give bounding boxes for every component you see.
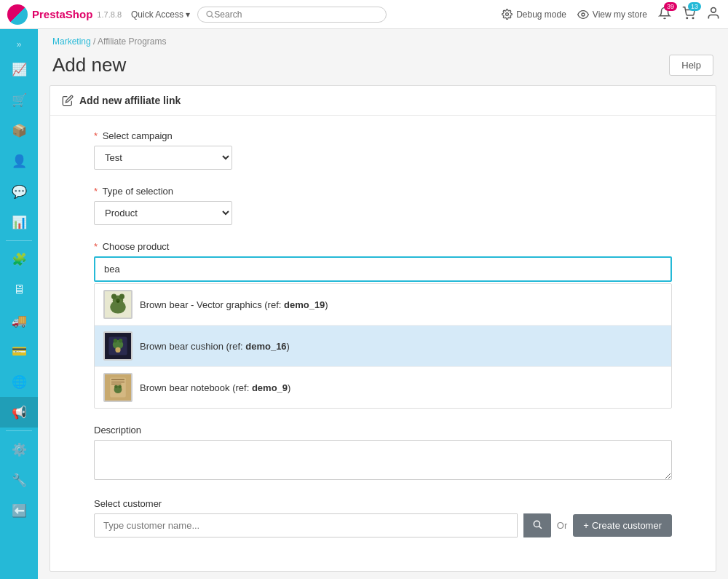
- affiliate-link-card: Add new affiliate link * Select campaign…: [50, 85, 716, 572]
- product-thumbnail-3: [103, 373, 132, 402]
- view-store-btn[interactable]: View my store: [577, 9, 647, 20]
- cart-badge: 13: [688, 2, 701, 11]
- svg-line-29: [539, 527, 541, 529]
- sidebar-item-stats[interactable]: 📊: [0, 207, 38, 237]
- product-search-input[interactable]: [94, 256, 672, 282]
- header-right: Debug mode View my store 39 13: [502, 6, 721, 23]
- customer-label: Select customer: [94, 498, 672, 509]
- breadcrumb-parent[interactable]: Marketing: [52, 36, 91, 47]
- sidebar-item-settings[interactable]: ⚙️: [0, 434, 38, 465]
- debug-mode-btn[interactable]: Debug mode: [502, 9, 566, 20]
- product-group: * Choose product: [94, 241, 672, 409]
- main-content: Marketing / Affiliate Programs Add new H…: [38, 29, 728, 579]
- sidebar-item-advanced[interactable]: 🔧: [0, 465, 38, 495]
- logo-area: PrestaShop 1.7.8.8: [7, 4, 124, 25]
- selection-type-label: * Type of selection: [94, 186, 672, 197]
- svg-point-28: [534, 521, 539, 527]
- svg-rect-23: [111, 382, 124, 382]
- svg-point-19: [115, 347, 120, 352]
- svg-point-13: [116, 301, 119, 303]
- svg-point-11: [119, 294, 124, 299]
- edit-icon: [62, 95, 74, 106]
- selection-type-select[interactable]: Product Category All products: [94, 201, 232, 225]
- svg-point-0: [207, 11, 212, 16]
- sidebar-item-dashboard[interactable]: 📈: [0, 54, 38, 84]
- product-label: * Choose product: [94, 241, 672, 252]
- product-item-selected[interactable]: Brown bear cushion (ref: demo_16): [95, 326, 671, 367]
- svg-rect-24: [111, 384, 122, 385]
- sidebar-item-international[interactable]: 🌐: [0, 366, 38, 397]
- card-body: * Select campaign Test Campaign 2 * Type…: [50, 116, 716, 571]
- sidebar-item-orders[interactable]: 🛒: [0, 84, 38, 115]
- product-name-3: Brown bear notebook (ref: demo_9): [140, 382, 290, 393]
- notifications-btn[interactable]: 39: [658, 7, 671, 22]
- svg-point-10: [111, 294, 116, 299]
- svg-point-26: [114, 385, 118, 389]
- user-avatar-btn[interactable]: [706, 6, 721, 23]
- svg-point-5: [692, 17, 694, 19]
- sidebar-item-customers[interactable]: 👤: [0, 146, 38, 176]
- svg-point-18: [119, 339, 122, 342]
- sidebar-item-catalog[interactable]: 📦: [0, 115, 38, 146]
- or-text: Or: [557, 520, 567, 531]
- svg-point-2: [506, 13, 509, 16]
- svg-point-4: [687, 17, 688, 19]
- svg-rect-22: [111, 379, 124, 380]
- gear-icon: [502, 9, 513, 20]
- customer-group: Select customer Or + Create customer: [94, 498, 672, 537]
- page-title: Add new: [52, 54, 126, 76]
- search-icon: [205, 9, 214, 19]
- sidebar: » 📈 🛒 📦 👤 💬 📊 🧩 🖥 🚚 💳 🌐 📢 ⚙️ 🔧 ⬅️: [0, 29, 38, 579]
- campaign-group: * Select campaign Test Campaign 2: [94, 130, 672, 170]
- svg-point-3: [582, 13, 585, 16]
- sidebar-item-messages[interactable]: 💬: [0, 176, 38, 207]
- quick-access-menu[interactable]: Quick Access ▾: [131, 9, 190, 20]
- customer-search-input[interactable]: [94, 513, 518, 537]
- sidebar-expand-btn[interactable]: »: [12, 35, 26, 54]
- product-item-3[interactable]: Brown bear notebook (ref: demo_9): [95, 367, 671, 408]
- page-title-row: Add new Help: [38, 50, 728, 85]
- sidebar-item-design[interactable]: 🖥: [0, 275, 38, 305]
- breadcrumb: Marketing / Affiliate Programs: [38, 29, 728, 50]
- search-icon: [532, 519, 542, 529]
- description-group: Description: [94, 425, 672, 482]
- svg-line-1: [212, 16, 214, 18]
- product-thumbnail-1: [103, 290, 132, 319]
- svg-point-17: [114, 339, 117, 342]
- card-header: Add new affiliate link: [50, 86, 716, 116]
- customer-search-btn[interactable]: [523, 513, 551, 537]
- eye-icon: [577, 9, 589, 20]
- sidebar-item-shipping[interactable]: 🚚: [0, 305, 38, 336]
- top-header: PrestaShop 1.7.8.8 Quick Access ▾ Debug …: [0, 0, 728, 29]
- cart-btn[interactable]: 13: [682, 7, 695, 22]
- version-text: 1.7.8.8: [97, 10, 122, 19]
- sidebar-item-logout[interactable]: ⬅️: [0, 495, 38, 526]
- card-title: Add new affiliate link: [79, 95, 181, 106]
- search-input[interactable]: [214, 9, 379, 20]
- search-bar[interactable]: [197, 7, 387, 23]
- product-thumbnail-2: [103, 331, 132, 361]
- product-dropdown: Brown bear - Vector graphics (ref: demo_…: [94, 283, 672, 409]
- notifications-badge: 39: [664, 2, 677, 11]
- sidebar-item-payment[interactable]: 💳: [0, 336, 38, 366]
- help-button[interactable]: Help: [669, 55, 713, 76]
- sidebar-item-modules[interactable]: 🧩: [0, 244, 38, 275]
- sidebar-item-marketing[interactable]: 📢: [0, 397, 38, 428]
- customer-row: Or + Create customer: [94, 513, 672, 537]
- logo-text: PrestaShop: [32, 8, 92, 20]
- product-name-2: Brown bear cushion (ref: demo_16): [140, 341, 290, 352]
- product-item[interactable]: Brown bear - Vector graphics (ref: demo_…: [95, 284, 671, 326]
- description-label: Description: [94, 425, 672, 436]
- campaign-select[interactable]: Test Campaign 2: [94, 146, 232, 170]
- user-icon: [706, 6, 721, 20]
- prestashop-logo: [7, 4, 28, 25]
- campaign-label: * Select campaign: [94, 130, 672, 141]
- description-textarea[interactable]: [94, 440, 672, 480]
- breadcrumb-current: Affiliate Programs: [98, 36, 166, 47]
- svg-point-6: [711, 8, 716, 13]
- svg-point-27: [118, 385, 122, 389]
- selection-type-group: * Type of selection Product Category All…: [94, 186, 672, 225]
- create-customer-btn[interactable]: + Create customer: [573, 514, 672, 537]
- product-name-1: Brown bear - Vector graphics (ref: demo_…: [140, 299, 328, 310]
